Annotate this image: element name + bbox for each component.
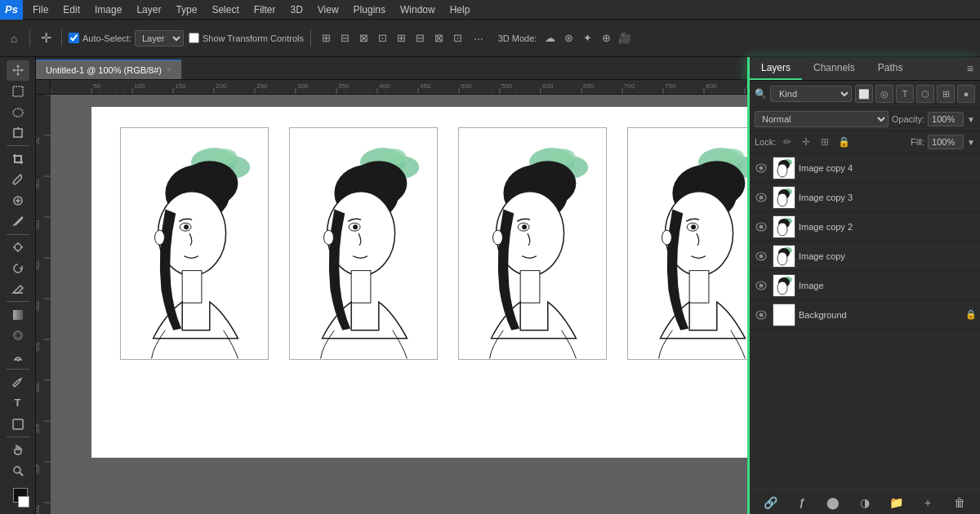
- portrait-svg-4: [628, 128, 747, 359]
- background-color[interactable]: [18, 496, 29, 507]
- layer-visibility-toggle-img[interactable]: [753, 277, 769, 294]
- menu-image[interactable]: Image: [88, 2, 128, 17]
- pen-tool-button[interactable]: [7, 372, 29, 392]
- menu-select[interactable]: Select: [205, 2, 245, 17]
- layer-new-button[interactable]: +: [919, 494, 937, 512]
- lasso-tool-button[interactable]: [7, 102, 29, 122]
- layer-item-image-copy[interactable]: Image copy: [750, 241, 980, 271]
- filter-color-icon[interactable]: ●: [957, 85, 975, 103]
- menu-window[interactable]: Window: [394, 2, 442, 17]
- more-options-button[interactable]: ···: [470, 30, 487, 47]
- crop-tool-button[interactable]: [7, 148, 29, 169]
- blur-tool-button[interactable]: [7, 326, 29, 346]
- options-toolbar: ⌂ ✛ Auto-Select: Layer Group Show Transf…: [0, 20, 980, 57]
- home-icon[interactable]: ⌂: [5, 29, 23, 47]
- layer-adjustment-button[interactable]: ◑: [856, 494, 874, 512]
- menu-filter[interactable]: Filter: [247, 2, 283, 17]
- layer-delete-button[interactable]: 🗑: [951, 494, 969, 512]
- move-tool-icon[interactable]: ✛: [37, 29, 55, 47]
- svg-point-198: [662, 230, 672, 245]
- align-top-icon[interactable]: ⊡: [374, 30, 390, 47]
- type-tool-button[interactable]: T: [7, 393, 29, 414]
- dodge-tool-button[interactable]: [7, 347, 29, 367]
- menu-view[interactable]: View: [311, 2, 345, 17]
- auto-select-checkbox[interactable]: [69, 33, 79, 43]
- tab-bar: Untitled-1 @ 100% (RGB/8#) ×: [36, 57, 747, 80]
- auto-select-dropdown[interactable]: Layer Group: [135, 30, 184, 47]
- align-right-icon[interactable]: ⊠: [355, 30, 372, 47]
- 3d-pan-icon[interactable]: ✦: [579, 30, 595, 47]
- layer-item-image-copy-2[interactable]: Image copy 2: [750, 212, 980, 241]
- tab-channels[interactable]: Channels: [802, 57, 866, 80]
- eyedropper-button[interactable]: [7, 170, 29, 190]
- history-brush-button[interactable]: [7, 258, 29, 278]
- 3d-scale-icon[interactable]: 🎥: [617, 30, 633, 47]
- filter-pixel-icon[interactable]: ⬜: [855, 85, 873, 103]
- 3d-rotate-icon[interactable]: ☁: [541, 30, 558, 47]
- layer-visibility-toggle-copy[interactable]: [753, 248, 769, 264]
- tab-close-button[interactable]: ×: [167, 65, 172, 74]
- filter-shape-icon[interactable]: ⬡: [916, 85, 934, 103]
- document-tab[interactable]: Untitled-1 @ 100% (RGB/8#) ×: [36, 60, 182, 79]
- align-center-h-icon[interactable]: ⊟: [336, 30, 353, 47]
- shape-tool-button[interactable]: [7, 414, 29, 434]
- tab-layers[interactable]: Layers: [750, 57, 802, 80]
- lock-all-icon[interactable]: 🔒: [835, 134, 852, 150]
- brush-tool-button[interactable]: [7, 211, 29, 232]
- layer-mask-button[interactable]: ⬤: [824, 494, 842, 512]
- tab-paths[interactable]: Paths: [866, 57, 915, 80]
- fill-input[interactable]: [928, 135, 964, 149]
- layer-visibility-toggle-4[interactable]: [753, 160, 769, 176]
- selection-tool-button[interactable]: [7, 82, 29, 102]
- menu-edit[interactable]: Edit: [56, 2, 87, 17]
- align-bottom-icon[interactable]: ⊟: [412, 30, 428, 47]
- align-center-v-icon[interactable]: ⊞: [393, 30, 409, 47]
- menu-plugins[interactable]: Plugins: [347, 2, 392, 17]
- svg-text:750: 750: [665, 82, 676, 90]
- filter-type-icon[interactable]: T: [896, 85, 914, 103]
- hand-tool-button[interactable]: [7, 440, 29, 460]
- lock-artboard-icon[interactable]: ⊞: [817, 134, 833, 150]
- filter-adjustment-icon[interactable]: ◎: [875, 85, 893, 103]
- blend-mode-dropdown[interactable]: Normal Dissolve Multiply Screen Overlay: [755, 111, 889, 127]
- healing-brush-button[interactable]: [7, 191, 29, 211]
- menu-help[interactable]: Help: [443, 2, 477, 17]
- layer-item-image-copy-3[interactable]: Image copy 3: [750, 183, 980, 212]
- layer-item-image[interactable]: Image: [750, 271, 980, 300]
- filter-smart-icon[interactable]: ⊞: [937, 85, 955, 103]
- layer-fx-button[interactable]: ƒ: [793, 494, 811, 512]
- canvas-area[interactable]: [51, 95, 747, 514]
- object-select-button[interactable]: [7, 123, 29, 144]
- lock-position-icon[interactable]: ✛: [798, 134, 814, 150]
- layer-item-background[interactable]: Background 🔒: [750, 300, 980, 330]
- align-left-icon[interactable]: ⊞: [318, 30, 334, 47]
- distribute-v-icon[interactable]: ⊡: [449, 30, 466, 47]
- svg-rect-183: [520, 271, 540, 304]
- zoom-tool-button[interactable]: [7, 460, 29, 481]
- transform-group: Show Transform Controls: [189, 33, 304, 43]
- transform-controls-checkbox[interactable]: [189, 33, 199, 43]
- svg-rect-12: [13, 419, 23, 429]
- 3d-slide-icon[interactable]: ⊕: [598, 30, 614, 47]
- layer-visibility-toggle-2c[interactable]: [753, 219, 769, 235]
- layer-kind-dropdown[interactable]: Kind Name Effect Mode: [770, 86, 852, 102]
- layer-visibility-toggle-bg[interactable]: [753, 307, 769, 323]
- menu-3d[interactable]: 3D: [283, 2, 309, 17]
- layer-link-button[interactable]: 🔗: [761, 494, 779, 512]
- layer-visibility-toggle-3[interactable]: [753, 189, 769, 206]
- 3d-roll-icon[interactable]: ⊛: [560, 30, 577, 47]
- layers-menu-button[interactable]: ≡: [960, 57, 980, 80]
- layer-list[interactable]: Image copy 4 Image copy 3: [750, 153, 980, 490]
- move-tool-button[interactable]: [7, 60, 29, 81]
- menu-type[interactable]: Type: [169, 2, 203, 17]
- clone-stamp-button[interactable]: [7, 237, 29, 258]
- lock-pixels-icon[interactable]: ✏: [779, 134, 795, 150]
- distribute-h-icon[interactable]: ⊠: [430, 30, 447, 47]
- layer-group-button[interactable]: 📁: [888, 494, 906, 512]
- opacity-input[interactable]: [928, 112, 964, 126]
- menu-file[interactable]: File: [26, 2, 55, 17]
- layer-item-image-copy-4[interactable]: Image copy 4: [750, 153, 980, 183]
- menu-layer[interactable]: Layer: [130, 2, 167, 17]
- eraser-button[interactable]: [7, 279, 29, 299]
- gradient-tool-button[interactable]: [7, 304, 29, 325]
